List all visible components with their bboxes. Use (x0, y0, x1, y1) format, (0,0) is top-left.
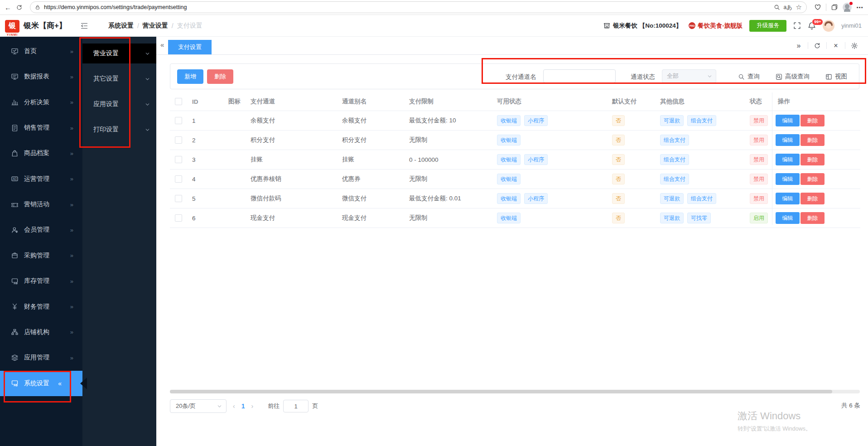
cell-other-info: 可退款组合支付 (660, 115, 716, 126)
sidebar-item-数据报表[interactable]: 数据报表» (0, 64, 82, 89)
collapse-sidebar-icon[interactable]: « (58, 380, 62, 387)
add-button[interactable]: 新增 (177, 69, 203, 84)
sidebar-item-会员管理[interactable]: 会员管理» (0, 217, 82, 242)
sidebar-item-分析决策[interactable]: 分析决策» (0, 90, 82, 115)
submenu-panel: 营业设置其它设置应用设置打印设置 (82, 37, 156, 446)
collections-icon[interactable] (831, 4, 838, 11)
translate-icon[interactable]: aあ (784, 4, 792, 11)
sidebar-item-首页[interactable]: 首页» (0, 39, 82, 64)
row-delete-button[interactable]: 删除 (800, 212, 825, 224)
sidebar-item-运营管理[interactable]: AD运营管理» (0, 166, 82, 192)
horizontal-scrollbar (170, 390, 860, 393)
next-page-icon[interactable]: › (251, 402, 253, 410)
user-avatar[interactable] (823, 20, 834, 32)
sidebar-item-label: 运营管理 (24, 175, 49, 183)
browser-essentials-icon[interactable] (814, 4, 821, 11)
browser-menu-icon[interactable]: ⋯ (856, 4, 863, 11)
current-page[interactable]: 1 (241, 402, 245, 410)
double-chevron-right-icon: » (70, 99, 73, 106)
menu-fold-icon[interactable] (80, 22, 88, 30)
submenu-item-其它设置[interactable]: 其它设置 (82, 69, 156, 89)
cell-limit: 无限制 (409, 136, 428, 144)
cell-actions: 编辑删除 (776, 115, 825, 126)
status-tag: 禁用 (750, 193, 768, 204)
sidebar-item-采购管理[interactable]: 采购管理» (0, 243, 82, 268)
cell-alias: 微信支付 (342, 194, 366, 203)
favorite-star-icon[interactable]: ☆ (796, 3, 802, 11)
row-checkbox[interactable] (175, 117, 182, 124)
channel-name-input[interactable] (543, 69, 616, 83)
breadcrumb-item[interactable]: 营业设置 (143, 22, 168, 30)
row-checkbox[interactable] (175, 214, 182, 222)
double-chevron-right-icon: » (70, 73, 73, 80)
sidebar-item-系统设置[interactable]: 系统设置« (0, 371, 82, 396)
available-tag: 收银端 (497, 174, 521, 184)
edit-button[interactable]: 编辑 (776, 193, 800, 204)
sidebar-item-营销活动[interactable]: 营销活动» (0, 192, 82, 217)
delete-button[interactable]: 删除 (207, 69, 233, 84)
tabs-scroll-right-icon[interactable]: » (795, 42, 802, 49)
tab-payment-settings[interactable]: 支付设置 (168, 40, 212, 54)
table-row: 2积分支付积分支付无限制收银端否组合支付禁用编辑删除 (170, 131, 860, 150)
edit-button[interactable]: 编辑 (776, 115, 800, 126)
app-window: ← https://demo.yinmipos.com/settings/tra… (0, 0, 868, 446)
sales-icon (11, 124, 19, 132)
chevron-down-icon (145, 102, 150, 107)
table-row: 1余额支付余额支付最低支付金额: 10收银端小程序否可退款组合支付禁用编辑删除 (170, 111, 860, 131)
available-tag: 收银端 (497, 135, 521, 145)
upgrade-service-button[interactable]: 升级服务 (749, 20, 786, 32)
prev-page-icon[interactable]: ‹ (233, 402, 235, 410)
edition-info: PRO 餐饮美食-旗舰版 (689, 22, 743, 30)
row-delete-button[interactable]: 删除 (800, 134, 825, 146)
row-delete-button[interactable]: 删除 (800, 154, 825, 165)
edit-button[interactable]: 编辑 (776, 134, 800, 146)
table-row: 3挂账挂账0 - 100000收银端小程序否组合支付禁用编辑删除 (170, 150, 860, 170)
view-button[interactable]: 视图 (825, 73, 847, 81)
row-delete-button[interactable]: 删除 (800, 173, 825, 185)
row-checkbox[interactable] (175, 156, 182, 163)
search-button[interactable]: 查询 (738, 73, 760, 81)
sidebar-item-label: 采购管理 (24, 252, 49, 260)
browser-profile-avatar[interactable] (843, 3, 852, 12)
tabs-scroll-left-icon[interactable]: « (160, 41, 164, 48)
scrollbar-thumb[interactable] (170, 390, 832, 393)
sidebar-item-库存管理[interactable]: 库存管理» (0, 268, 82, 294)
sidebar-item-应用管理[interactable]: 应用管理» (0, 345, 82, 370)
channel-status-select[interactable]: 全部 (662, 69, 716, 83)
sidebar-item-商品档案[interactable]: 商品档案» (0, 141, 82, 166)
channel-status-label: 通道状态 (631, 73, 655, 81)
page-size-select[interactable]: 20条/页 (170, 399, 227, 413)
finance-icon (11, 303, 19, 310)
home-icon (11, 48, 19, 55)
breadcrumb-item[interactable]: 系统设置 (108, 22, 134, 30)
row-delete-button[interactable]: 删除 (800, 115, 825, 126)
sidebar-item-财务管理[interactable]: 财务管理» (0, 294, 82, 320)
cell-other-info: 可退款可找零 (660, 213, 711, 223)
notification-bell[interactable]: 99+ (808, 22, 816, 30)
edit-button[interactable]: 编辑 (776, 212, 800, 224)
row-checkbox[interactable] (175, 195, 182, 202)
sidebar-item-销售管理[interactable]: 销售管理» (0, 115, 82, 141)
refresh-tab-icon[interactable] (814, 42, 821, 49)
address-bar[interactable]: https://demo.yinmipos.com/settings/trade… (30, 1, 807, 13)
edit-button[interactable]: 编辑 (776, 173, 800, 185)
advanced-search-button[interactable]: 高级查询 (776, 73, 810, 81)
browser-refresh-icon[interactable] (16, 4, 23, 11)
cell-available: 收银端小程序 (497, 154, 548, 165)
goto-page-input[interactable] (283, 400, 309, 412)
tab-settings-gear-icon[interactable] (851, 42, 858, 49)
submenu-item-打印设置[interactable]: 打印设置 (82, 120, 156, 140)
browser-back-icon[interactable]: ← (5, 4, 11, 11)
submenu-item-营业设置[interactable]: 营业设置 (82, 44, 156, 63)
cell-channel: 优惠券核销 (251, 175, 281, 183)
row-delete-button[interactable]: 删除 (800, 193, 825, 204)
sidebar-item-店铺机构[interactable]: 店铺机构» (0, 320, 82, 345)
edit-button[interactable]: 编辑 (776, 154, 800, 165)
row-checkbox[interactable] (175, 136, 182, 144)
select-all-checkbox[interactable] (175, 98, 182, 105)
fullscreen-icon[interactable] (793, 22, 801, 29)
submenu-item-应用设置[interactable]: 应用设置 (82, 94, 156, 114)
row-checkbox[interactable] (175, 175, 182, 183)
search-in-page-icon[interactable] (774, 4, 780, 10)
close-tab-icon[interactable]: × (832, 42, 839, 49)
